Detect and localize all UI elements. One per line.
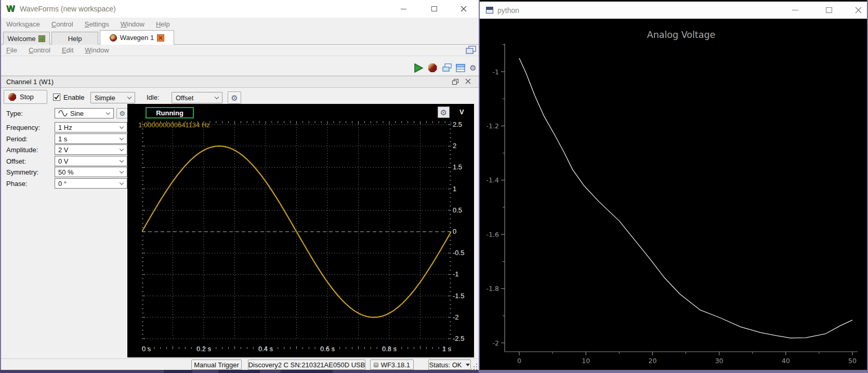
tab-help-label: Help — [68, 35, 82, 43]
tab-welcome-label: Welcome — [8, 35, 36, 43]
param-row-frequency: Frequency:1 Hz — [1, 122, 127, 133]
maximize-icon — [826, 7, 832, 13]
restore-window-icon — [466, 46, 476, 54]
plot-settings-button[interactable]: ⚙ — [438, 106, 450, 118]
python-titlebar[interactable]: python — [480, 2, 867, 19]
channel-settings-button[interactable]: ⚙ — [228, 91, 241, 104]
close-button[interactable] — [847, 2, 868, 19]
add-instrument-icon — [38, 35, 45, 42]
checkmark-icon — [54, 94, 60, 100]
analog-voltage-chart: Analog Voltage-1-1.2-1.4-1.6-1.8-2010203… — [480, 19, 867, 370]
minimize-button[interactable] — [392, 2, 415, 16]
x-tick-label: 0.4 s — [258, 345, 273, 353]
tab-wavegen-label: Wavegen 1 — [120, 34, 154, 42]
menu-control[interactable]: Control — [51, 20, 73, 28]
statusbar: Manual Trigger Discovery2 C SN:210321AE0… — [1, 358, 479, 370]
resize-grip[interactable] — [471, 363, 478, 370]
stop-octagon-icon — [8, 93, 16, 101]
tab-wavegen-1[interactable]: Wavegen 1 — [100, 30, 174, 45]
phase-dropdown[interactable]: 0 ° — [55, 178, 127, 189]
amplitude-dropdown[interactable]: 2 V — [55, 144, 127, 155]
y-axis-unit-label: V — [459, 108, 464, 116]
close-icon — [855, 7, 862, 14]
waveforms-titlebar[interactable]: W WaveForms (new workspace) — [1, 0, 479, 18]
y-tick-label: 0.5 — [453, 206, 474, 214]
sine-wave-icon — [58, 110, 68, 116]
param-value: 1 s — [58, 135, 67, 143]
type-dropdown[interactable]: Sine — [55, 108, 114, 118]
wavegen-plot: Running ⚙ 1.000000000641134 Hz V 2.521.5… — [127, 104, 474, 357]
version-button[interactable]: WF3.18.1 — [370, 359, 414, 370]
channel-1-header[interactable]: Channel 1 (W1) — [1, 76, 479, 88]
x-tick-label: 0.2 s — [196, 345, 211, 353]
waveforms-window: W WaveForms (new workspace) WorkspaceCon… — [1, 0, 479, 370]
chart-title: Analog Voltage — [647, 30, 716, 40]
manual-trigger-button[interactable]: Manual Trigger — [191, 359, 242, 370]
param-value: Sine — [70, 110, 84, 117]
y-tick-label: -1 — [493, 68, 499, 76]
y-tick-label: -0.5 — [453, 249, 474, 257]
tab-welcome[interactable]: Welcome — [3, 32, 50, 45]
close-icon — [465, 78, 471, 84]
x-tick-label: 0.6 s — [320, 345, 335, 353]
close-button[interactable] — [452, 2, 475, 16]
minimize-icon — [792, 10, 798, 10]
menu-workspace[interactable]: Workspace — [6, 20, 40, 28]
waveforms-logo-icon: W — [6, 4, 15, 14]
enable-label: Enable — [63, 94, 84, 101]
wavegen-toolbar: Stop All Channels No synchronization — [1, 57, 479, 76]
wavegen-status-icon — [110, 34, 117, 42]
param-label: Symmetry: — [6, 168, 38, 176]
param-value: 0 V — [58, 157, 69, 165]
param-row-period: Period:1 s — [1, 134, 127, 144]
idle-label: Idle: — [147, 94, 160, 101]
y-tick-label: 0 — [453, 228, 474, 235]
param-row-amplitude: Amplitude:2 V — [1, 144, 127, 155]
undock-button[interactable] — [466, 46, 477, 55]
param-label: Frequency: — [6, 124, 40, 131]
type-settings-button[interactable]: ⚙ — [116, 108, 128, 118]
offset-dropdown[interactable]: 0 V — [55, 156, 127, 166]
menu-window[interactable]: Window — [121, 20, 144, 28]
enable-checkbox[interactable] — [53, 94, 60, 101]
period-dropdown[interactable]: 1 s — [55, 134, 127, 144]
chevron-down-icon — [120, 158, 124, 163]
minimize-button[interactable] — [784, 2, 807, 19]
maximize-button[interactable] — [423, 2, 445, 16]
y-tick-label: -2 — [493, 339, 499, 347]
running-label: Running — [156, 109, 183, 117]
wavegen-menubar: FileControlEditWindow — [1, 45, 479, 56]
wavegen-menu-edit[interactable]: Edit — [62, 46, 73, 54]
param-label: Amplitude: — [6, 146, 38, 154]
symmetry-dropdown[interactable]: 50 % — [55, 167, 127, 177]
y-tick-label: 1 — [453, 185, 474, 193]
menu-settings[interactable]: Settings — [85, 20, 109, 28]
wavegen-menu-file[interactable]: File — [6, 46, 17, 54]
idle-dropdown[interactable]: Offset — [172, 92, 222, 103]
x-tick-label: 30 — [715, 357, 724, 365]
x-tick-label: 0.8 s — [382, 345, 397, 353]
x-tick-label: 0 s — [142, 345, 151, 353]
tab-help[interactable]: Help — [51, 32, 98, 45]
chevron-down-icon — [120, 125, 124, 129]
frequency-dropdown[interactable]: 1 Hz — [55, 122, 127, 132]
close-panel-button[interactable] — [465, 78, 471, 86]
menu-help[interactable]: Help — [156, 20, 170, 28]
y-tick-label: -1 — [453, 270, 474, 278]
mode-dropdown[interactable]: Simple — [90, 92, 135, 103]
wavegen-menu-window[interactable]: Window — [85, 46, 109, 54]
maximize-button[interactable] — [818, 2, 840, 19]
mode-value: Simple — [95, 94, 115, 102]
tab-close-button[interactable] — [157, 34, 164, 42]
idle-value: Offset — [176, 94, 193, 102]
wavegen-menu-control[interactable]: Control — [29, 46, 50, 54]
device-button[interactable]: Discovery2 C SN:210321AE050D USB — [248, 359, 365, 370]
param-value: 1 Hz — [58, 124, 72, 131]
manual-trigger-label: Manual Trigger — [194, 361, 239, 369]
x-tick-label: 0 — [517, 357, 521, 365]
param-value: 2 V — [58, 146, 69, 154]
chevron-down-icon — [215, 95, 219, 99]
status-dropdown[interactable]: Status: OK — [428, 359, 471, 370]
param-label: Period: — [6, 135, 28, 143]
channel-stop-button[interactable]: Stop — [4, 90, 47, 104]
